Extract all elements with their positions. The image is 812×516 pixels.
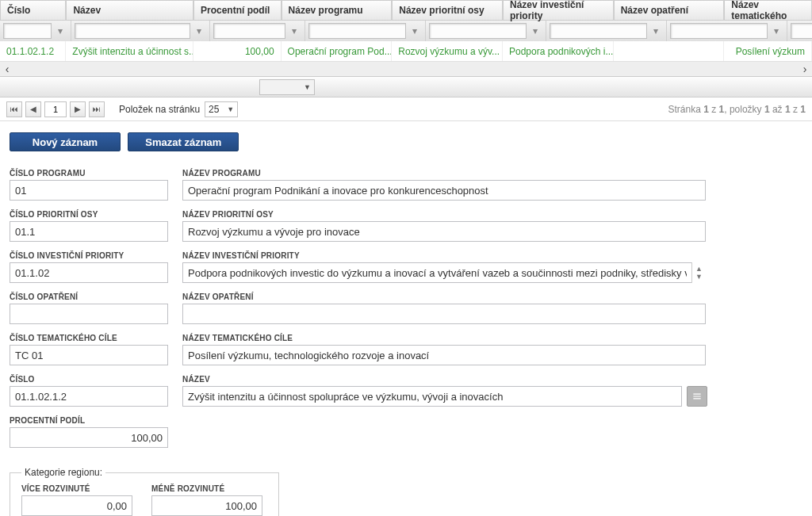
filter-tem[interactable] (791, 23, 812, 39)
col-header-nazev[interactable]: Název (66, 0, 193, 21)
label: NÁZEV PROGRAMU (182, 169, 706, 178)
col-header-program[interactable]: Název programu (282, 0, 393, 21)
col-header-cislo[interactable]: Číslo (0, 0, 66, 21)
cislo-programu-input[interactable] (10, 180, 168, 201)
pager-page-input[interactable] (44, 101, 67, 117)
nazev-input[interactable] (182, 386, 682, 407)
cislo-cile-input[interactable] (10, 345, 168, 365)
chevron-down-icon: ▼ (304, 83, 311, 91)
pager-prev-button[interactable]: ◀ (25, 101, 41, 117)
pager-last-button[interactable]: ⏭ (89, 101, 105, 117)
label: ČÍSLO OPATŘENÍ (10, 292, 168, 301)
funnel-icon[interactable]: ▾ (53, 23, 67, 39)
label: ČÍSLO (10, 375, 168, 384)
label: NÁZEV TEMATICKÉHO CÍLE (182, 334, 706, 342)
pager-info: Stránka 1 z 1, položky 1 až 1 z 1 (668, 104, 806, 115)
selector-bar: ▼ (0, 76, 812, 97)
label: NÁZEV INVESTIČNÍ PRIORITY (182, 251, 706, 260)
field-cislo-osy: ČÍSLO PRIORITNÍ OSY (10, 210, 168, 242)
cell-cislo: 01.1.02.1.2 (0, 41, 66, 61)
field-cislo: ČÍSLO (10, 375, 168, 407)
chevron-down-icon: ▼ (227, 105, 234, 113)
filter-nazev[interactable] (75, 23, 190, 39)
field-nazev-opat: NÁZEV OPATŘENÍ (182, 292, 706, 324)
cell-program: Operační program Pod... (282, 41, 393, 61)
label: ČÍSLO PRIORITNÍ OSY (10, 210, 168, 219)
scroll-track[interactable] (14, 62, 798, 76)
filter-program[interactable] (308, 23, 406, 39)
pager-next-button[interactable]: ▶ (70, 101, 86, 117)
funnel-icon[interactable]: ▾ (287, 23, 301, 39)
table-row[interactable]: 01.1.02.1.2 Zvýšit intenzitu a účinnost … (0, 41, 812, 62)
delete-record-button[interactable]: Smazat záznam (128, 132, 239, 151)
filter-osa[interactable] (429, 23, 527, 39)
nazev-osy-input[interactable] (182, 221, 706, 242)
horizontal-scrollbar[interactable]: ‹ › (0, 62, 812, 76)
cell-tem: Posílení výzkum (724, 41, 812, 61)
kategorie-legend: Kategorie regionu: (21, 467, 105, 478)
col-header-opatreni[interactable]: Název opatření (614, 0, 725, 21)
field-cislo-cile: ČÍSLO TEMATICKÉHO CÍLE (10, 334, 168, 365)
filter-procentni[interactable] (213, 23, 285, 39)
mene-input[interactable] (151, 495, 262, 516)
pager: ⏮ ◀ ▶ ⏭ Položek na stránku 25 ▼ Stránka … (0, 97, 812, 121)
cislo-opat-input[interactable] (10, 304, 168, 324)
new-record-button[interactable]: Nový záznam (10, 132, 121, 151)
filter-cislo[interactable] (3, 23, 52, 39)
procentni-input[interactable] (10, 427, 168, 448)
nazev-opat-input[interactable] (182, 304, 706, 324)
label: ČÍSLO INVESTIČNÍ PRIORITY (10, 251, 168, 260)
action-bar: Nový záznam Smazat záznam (0, 121, 812, 155)
cell-nazev: Zvýšit intenzitu a účinnost s... (66, 41, 193, 61)
vice-input[interactable] (21, 495, 132, 516)
perpage-value: 25 (209, 104, 219, 115)
col-header-procentni[interactable]: Procentní podíl (193, 0, 282, 21)
field-procentni: PROCENTNÍ PODÍL (10, 416, 168, 448)
field-nazev-programu: NÁZEV PROGRAMU (182, 169, 706, 201)
list-icon (691, 391, 703, 402)
scroll-right-arrow-icon[interactable]: › (798, 62, 812, 76)
scroll-left-arrow-icon[interactable]: ‹ (0, 62, 14, 76)
funnel-icon[interactable]: ▾ (649, 23, 663, 39)
funnel-icon[interactable]: ▾ (528, 23, 542, 39)
field-cislo-programu: ČÍSLO PROGRAMU (10, 169, 168, 201)
cell-procentni: 100,00 (193, 41, 282, 61)
grid-header-row: Číslo Název Procentní podíl Název progra… (0, 0, 812, 21)
cislo-inv-input[interactable] (10, 262, 168, 283)
funnel-icon[interactable]: ▾ (192, 23, 206, 39)
data-grid: Číslo Název Procentní podíl Název progra… (0, 0, 812, 97)
field-cislo-inv: ČÍSLO INVESTIČNÍ PRIORITY (10, 251, 168, 283)
label: ČÍSLO TEMATICKÉHO CÍLE (10, 334, 168, 342)
filter-inv[interactable] (550, 23, 647, 39)
funnel-icon[interactable]: ▾ (769, 23, 783, 39)
label: PROCENTNÍ PODÍL (10, 416, 168, 425)
field-vice-rozvinute: VÍCE ROZVINUTÉ (21, 484, 132, 516)
col-header-tematicke[interactable]: Název tematického (724, 0, 812, 21)
nazev-programu-input[interactable] (182, 180, 706, 201)
grid-filter-row: ▾ ▾ ▾ ▾ ▾ ▾ ▾ ▾ (0, 21, 812, 41)
label: ČÍSLO PROGRAMU (10, 169, 168, 178)
field-nazev: NÁZEV (182, 375, 707, 407)
nazev-cile-input[interactable] (182, 345, 706, 365)
list-lookup-button[interactable] (687, 386, 707, 407)
label: NÁZEV PRIORITNÍ OSY (182, 210, 706, 219)
label: NÁZEV OPATŘENÍ (182, 292, 706, 301)
cislo-osy-input[interactable] (10, 221, 168, 242)
col-header-investicni[interactable]: Název investiční priority (503, 0, 614, 21)
perpage-select[interactable]: 25 ▼ (205, 101, 238, 117)
selector-dropdown[interactable]: ▼ (259, 79, 315, 95)
dropdown-scroll-icon[interactable]: ▲▼ (691, 262, 706, 283)
label: VÍCE ROZVINUTÉ (21, 484, 132, 493)
cell-opat (614, 41, 725, 61)
label: NÁZEV (182, 375, 682, 384)
filter-opat[interactable] (670, 23, 768, 39)
perpage-label: Položek na stránku (119, 104, 200, 115)
label: MÉNĚ ROZVINUTÉ (151, 484, 262, 493)
pager-first-button[interactable]: ⏮ (6, 101, 22, 117)
kategorie-regionu-group: Kategorie regionu: VÍCE ROZVINUTÉ MÉNĚ R… (10, 467, 279, 516)
cislo-input[interactable] (10, 386, 168, 407)
col-header-osa[interactable]: Název prioritní osy (392, 0, 503, 21)
field-nazev-osy: NÁZEV PRIORITNÍ OSY (182, 210, 706, 242)
nazev-inv-input[interactable] (182, 262, 691, 283)
funnel-icon[interactable]: ▾ (408, 23, 422, 39)
